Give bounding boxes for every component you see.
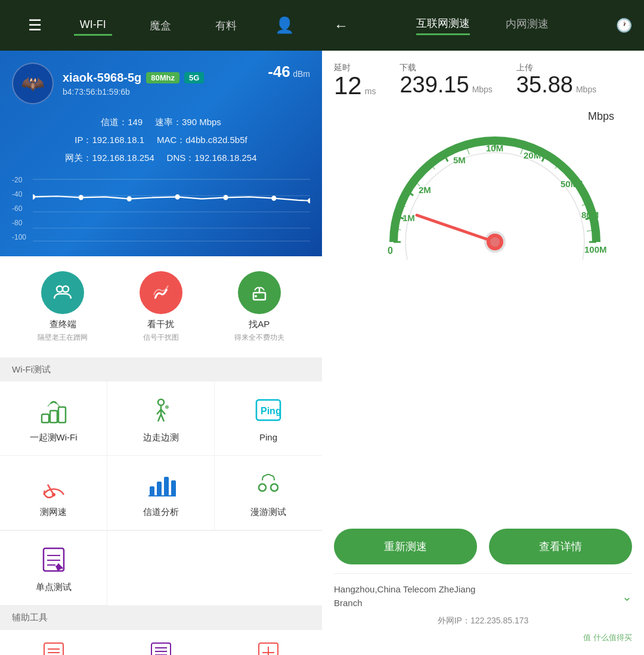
- aux-section-header: 辅助工具: [0, 606, 322, 629]
- wifi-avatar: 🦇: [12, 63, 54, 104]
- detail-button[interactable]: 查看详情: [489, 529, 632, 564]
- tool-2[interactable]: [107, 630, 215, 655]
- chart-svg: [33, 173, 310, 244]
- download-value-row: 239.15 Mbps: [400, 73, 492, 96]
- wifi-info-card: 🦇 xiaok-5968-5g 80Mhz 5G b4:73:56:b1:59:…: [0, 51, 322, 256]
- ping-icon: Ping: [252, 393, 285, 426]
- svg-rect-18: [50, 411, 57, 423]
- main-content: 🦇 xiaok-5968-5g 80Mhz 5G b4:73:56:b1:59:…: [0, 51, 644, 655]
- wifi-test-grid: 一起测Wi-Fi 边走边测: [0, 381, 322, 531]
- left-panel: 🦇 xiaok-5968-5g 80Mhz 5G b4:73:56:b1:59:…: [0, 51, 322, 655]
- test-roaming[interactable]: 漫游测试: [215, 456, 322, 530]
- speed-test-icon: [37, 468, 70, 501]
- svg-rect-47: [151, 643, 171, 656]
- back-button[interactable]: ←: [322, 17, 360, 34]
- wifi-ip-mac: IP：192.168.18.1 MAC：d4bb.c82d.5b5f: [12, 131, 310, 149]
- svg-rect-19: [58, 407, 66, 423]
- wifi-test-title: Wi-Fi测试: [12, 364, 51, 374]
- channel-icon: [144, 468, 177, 501]
- svg-text:100M: 100M: [584, 244, 607, 254]
- svg-line-24: [158, 414, 161, 421]
- wifi-band-badge: 5G: [184, 72, 204, 83]
- gw-value: 192.168.18.254: [92, 153, 154, 163]
- latency-stat: 延时 12 ms: [334, 63, 376, 98]
- find-ap-icon: [238, 271, 281, 314]
- chart-label-20: -20: [12, 176, 26, 184]
- test-walk[interactable]: 边走边测: [107, 381, 215, 456]
- right-nav: ← 互联网测速 内网测速 🕐: [322, 16, 644, 35]
- nav-youliao[interactable]: 有料: [209, 15, 243, 36]
- tool-3[interactable]: [215, 630, 322, 655]
- mac-value: d4bb.c82d.5b5f: [185, 135, 247, 145]
- test-single[interactable]: 单点测试: [0, 531, 107, 606]
- chart-y-labels: -20 -40 -60 -80 -100: [12, 173, 26, 244]
- svg-rect-33: [164, 477, 169, 496]
- ip-value: 122.235.85.173: [470, 616, 528, 625]
- svg-point-26: [165, 405, 169, 409]
- upload-value-row: 35.88 Mbps: [516, 73, 596, 96]
- action-terminal-label: 查终端: [49, 319, 76, 330]
- svg-text:1M: 1M: [402, 213, 415, 223]
- ip-label: IP：: [75, 135, 92, 145]
- roaming-icon: [252, 468, 285, 501]
- right-panel: 延时 12 ms 下载 239.15 Mbps 上传 35.88 Mbps: [322, 51, 644, 655]
- svg-point-8: [175, 194, 180, 200]
- test-ping[interactable]: Ping Ping: [215, 381, 322, 456]
- upload-value: 35.88: [516, 73, 573, 96]
- chart-label-60: -60: [12, 204, 26, 213]
- nav-mohe[interactable]: 魔盒: [144, 15, 177, 36]
- speedometer-svg: 0 1M 2M 5M 10M 20M 50M 80M 100M: [370, 117, 620, 260]
- bottom-tools: [0, 629, 322, 655]
- speed-label: 速率：: [155, 117, 182, 127]
- avatar-icon[interactable]: 👤: [275, 16, 294, 35]
- ping-label: Ping: [259, 432, 277, 442]
- action-interference[interactable]: 看干扰 信号干扰图: [140, 271, 182, 343]
- terminal-icon: [41, 271, 84, 314]
- svg-point-12: [57, 286, 63, 292]
- test-speed[interactable]: 测网速: [0, 456, 107, 530]
- speed-value: 390 Mbps: [182, 117, 221, 127]
- nav-wifi[interactable]: WI-FI: [74, 15, 112, 36]
- dns-value: 192.168.18.254: [194, 153, 256, 163]
- svg-point-13: [63, 286, 69, 292]
- action-interference-label: 看干扰: [147, 319, 174, 330]
- tool-3-icon: [255, 639, 282, 655]
- action-find-ap-sub: 得来全不费功夫: [234, 333, 284, 343]
- top-navigation: ☰ WI-FI 魔盒 有料 👤 ← 互联网测速 内网测速 🕐: [0, 0, 644, 51]
- svg-rect-31: [150, 486, 154, 496]
- svg-point-6: [79, 195, 83, 200]
- mac-label: MAC：: [157, 135, 185, 145]
- svg-text:0: 0: [388, 246, 393, 256]
- action-buttons: 重新测速 查看详情: [334, 529, 632, 564]
- tab-internet-speed[interactable]: 互联网测速: [416, 16, 470, 35]
- chevron-down-icon[interactable]: ⌄: [622, 589, 632, 604]
- svg-text:5M: 5M: [453, 155, 466, 165]
- svg-point-30: [52, 493, 55, 496]
- action-find-ap[interactable]: 找AP 得来全不费功夫: [234, 271, 284, 343]
- speedometer: 0 1M 2M 5M 10M 20M 50M 80M 100M: [370, 117, 596, 248]
- action-interference-sub: 信号干扰图: [143, 333, 179, 343]
- svg-line-25: [161, 414, 164, 421]
- action-terminal[interactable]: 查终端 隔壁老王在蹭网: [38, 271, 88, 343]
- latency-unit: ms: [365, 86, 376, 96]
- test-wifi-together[interactable]: 一起测Wi-Fi: [0, 381, 107, 456]
- chart-label-100: -100: [12, 233, 26, 241]
- wifi-test-header: Wi-Fi测试: [0, 358, 322, 381]
- retest-button[interactable]: 重新测速: [334, 529, 477, 564]
- wifi-details: 信道：149 速率：390 Mbps IP：192.168.18.1 MAC：d…: [12, 113, 310, 167]
- single-test-icon: [37, 543, 70, 576]
- tool-tracert[interactable]: [0, 630, 107, 655]
- location-text: Hangzhou,China Telecom ZheJiangBranch: [334, 583, 475, 610]
- wifi-test-icon: [37, 393, 70, 426]
- svg-point-36: [259, 484, 266, 491]
- tab-lan-speed[interactable]: 内网测速: [506, 17, 549, 34]
- svg-point-20: [158, 399, 164, 405]
- svg-point-88: [490, 237, 500, 247]
- hamburger-menu[interactable]: ☰: [28, 16, 42, 35]
- clock-icon[interactable]: 🕐: [604, 18, 644, 33]
- wifi-signal-strength: -46 dBm: [268, 63, 310, 81]
- channel-label: 信道：: [101, 117, 128, 127]
- svg-line-79: [521, 148, 523, 154]
- wifi-ssid: xiaok-5968-5g: [63, 71, 141, 85]
- test-channel[interactable]: 信道分析: [107, 456, 215, 530]
